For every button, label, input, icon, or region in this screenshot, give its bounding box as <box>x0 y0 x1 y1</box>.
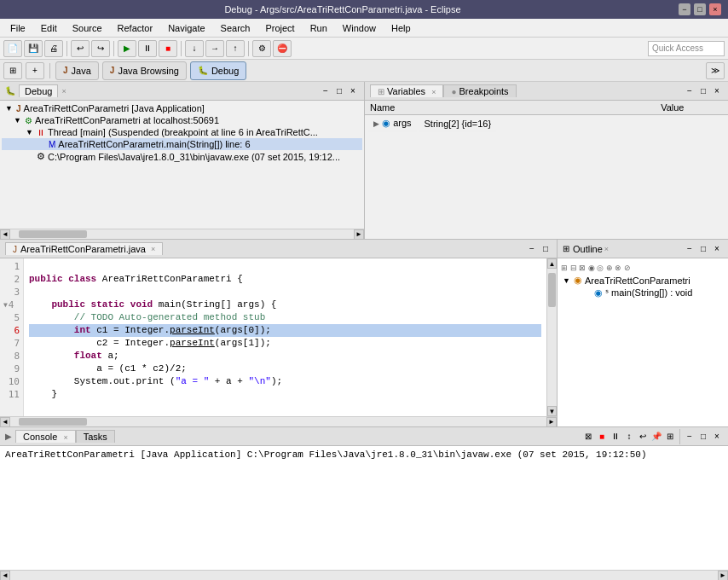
console-wrap-btn[interactable]: ↩ <box>637 431 649 443</box>
editor-hscrollbar[interactable]: ◄ ► <box>0 416 557 426</box>
editor-maximize-btn[interactable]: □ <box>540 243 552 255</box>
perspective-switcher-btn[interactable]: ⊞ <box>3 62 22 79</box>
debug-stop-button[interactable]: ⛔ <box>273 40 292 57</box>
console-hscroll-right[interactable]: ► <box>718 571 728 581</box>
console-pin-btn[interactable]: 📌 <box>650 431 662 443</box>
editor-tab-close[interactable]: × <box>151 245 155 253</box>
outline-maximize-btn[interactable]: □ <box>697 243 709 255</box>
vars-expand-arrow[interactable]: ▶ <box>373 119 379 128</box>
vars-content: Name Value ▶ ◉ args String[2] {id=16} <box>365 101 728 239</box>
debug-close-btn[interactable]: × <box>347 85 359 97</box>
breakpoints-tab[interactable]: ● Breakpoints <box>443 84 516 97</box>
outline-close-btn[interactable]: × <box>711 243 723 255</box>
menu-help[interactable]: Help <box>384 21 418 35</box>
console-hscroll-left[interactable]: ◄ <box>0 571 10 581</box>
console-clear-btn[interactable]: ⊠ <box>582 431 594 443</box>
debug-maximize-btn[interactable]: □ <box>333 85 345 97</box>
editor-hscroll-left[interactable]: ◄ <box>0 417 10 427</box>
open-perspective-btn[interactable]: + <box>26 62 44 79</box>
minimize-button[interactable]: − <box>679 3 690 15</box>
editor-minimize-btn[interactable]: − <box>526 243 538 255</box>
debug-hscroll-right[interactable]: ► <box>354 229 364 240</box>
editor-header: J AreaTriRettConParametri.java × − □ <box>0 240 557 258</box>
console-hscrollbar[interactable]: ◄ ► <box>0 570 728 580</box>
console-close-btn[interactable]: × <box>711 431 723 443</box>
menu-source[interactable]: Source <box>66 21 109 35</box>
menu-refactor[interactable]: Refactor <box>111 21 160 35</box>
close-button[interactable]: × <box>709 3 721 15</box>
variables-tab-close[interactable]: × <box>431 88 436 96</box>
perspective-debug[interactable]: 🐛 Debug <box>190 61 246 80</box>
debug-hscrollbar[interactable]: ◄ ► <box>0 229 364 239</box>
editor-hscroll-track[interactable] <box>10 417 546 426</box>
menu-edit[interactable]: Edit <box>34 21 64 35</box>
vars-close-btn[interactable]: × <box>711 85 723 97</box>
editor-hscroll-right[interactable]: ► <box>546 417 557 427</box>
console-hscroll-track[interactable] <box>10 571 718 580</box>
editor-tab-main[interactable]: J AreaTriRettConParametri.java × <box>5 242 163 255</box>
editor-vscroll-track[interactable] <box>547 269 557 406</box>
new-button[interactable]: 📄 <box>3 40 22 57</box>
step-return-button[interactable]: ↑ <box>226 40 245 57</box>
menu-run[interactable]: Run <box>303 21 334 35</box>
tasks-tab[interactable]: Tasks <box>76 430 115 443</box>
save-button[interactable]: 💾 <box>24 40 43 57</box>
editor-vscroll-thumb[interactable] <box>548 273 556 307</box>
stop-button[interactable]: ■ <box>159 40 177 57</box>
vars-row-args[interactable]: ▶ ◉ args String[2] {id=16} <box>365 115 656 132</box>
debug-tree-item-0[interactable]: ▼ J AreaTriRettConParametri [Java Applic… <box>2 102 362 114</box>
step-into-button[interactable]: ↓ <box>185 40 204 57</box>
debug-panel-tab[interactable]: Debug <box>19 84 58 97</box>
perspective-java[interactable]: J Java <box>55 61 99 80</box>
debug-minimize-btn[interactable]: − <box>320 85 332 97</box>
debug-tree-item-2[interactable]: ▼ ⏸ Thread [main] (Suspended (breakpoint… <box>2 126 362 138</box>
toolbar-perspectives: ⊞ + J Java J Java Browsing 🐛 Debug ≫ <box>0 60 728 82</box>
vars-maximize-btn[interactable]: □ <box>697 85 709 97</box>
debug-tree-item-1[interactable]: ▼ ⚙ AreaTriRettConParametri at localhost… <box>2 114 362 126</box>
editor-vscrollbar[interactable]: ▲ ▼ <box>546 258 557 416</box>
console-open-btn[interactable]: ⊞ <box>664 431 676 443</box>
code-editor[interactable]: public class AreaTriRettConParametri { p… <box>24 258 546 416</box>
debug-hscroll-left[interactable]: ◄ <box>0 229 10 240</box>
debug-hscroll-thumb[interactable] <box>19 230 87 238</box>
console-maximize-btn[interactable]: □ <box>697 431 709 443</box>
pause-button[interactable]: ⏸ <box>138 40 157 57</box>
undo-button[interactable]: ↩ <box>71 40 90 57</box>
step-over-button[interactable]: → <box>205 40 224 57</box>
editor-vscroll-up[interactable]: ▲ <box>547 258 557 269</box>
persp-extra-btn[interactable]: ≫ <box>706 62 725 79</box>
menu-window[interactable]: Window <box>336 21 383 35</box>
perspective-java-browsing[interactable]: J Java Browsing <box>102 61 187 80</box>
editor-vscroll-down[interactable]: ▼ <box>547 406 557 416</box>
main-content: 🐛 Debug × − □ × ▼ J AreaTriRettConParame… <box>0 82 728 580</box>
outline-class-item[interactable]: ▼ ◉ AreaTriRettConParametri <box>559 274 726 287</box>
console-scroll-btn[interactable]: ↕ <box>623 431 635 443</box>
outline-method-item[interactable]: ◉ ˢ main(String[]) : void <box>559 287 726 299</box>
outline-minimize-btn[interactable]: − <box>684 243 696 255</box>
menu-search[interactable]: Search <box>214 21 257 35</box>
editor-panel: J AreaTriRettConParametri.java × − □ 1 2… <box>0 240 558 426</box>
debug-tree-item-4[interactable]: ⚙ C:\Program Files\Java\jre1.8.0_31\bin\… <box>2 150 362 163</box>
variables-tab[interactable]: ⊞ Variables × <box>370 84 443 97</box>
maximize-button[interactable]: □ <box>694 3 706 15</box>
console-stop-btn[interactable]: ■ <box>596 431 608 443</box>
menu-navigate[interactable]: Navigate <box>161 21 211 35</box>
menu-project[interactable]: Project <box>258 21 301 35</box>
console-minimize-btn[interactable]: − <box>684 431 696 443</box>
debug-tree-item-3[interactable]: M AreaTriRettConParametri.main(String[])… <box>2 138 362 150</box>
quick-access-field[interactable]: Quick Access <box>648 41 725 56</box>
java-file-icon: J <box>13 245 17 254</box>
console-pause-btn[interactable]: ⏸ <box>610 431 621 443</box>
menu-file[interactable]: File <box>3 21 32 35</box>
vars-minimize-btn[interactable]: − <box>684 85 696 97</box>
console-tab[interactable]: Console × <box>15 430 76 443</box>
print-button[interactable]: 🖨 <box>44 40 63 57</box>
console-header: ▶ Console × Tasks ⊠ ■ ⏸ ↕ ↩ 📌 ⊞ − □ × <box>0 427 728 446</box>
breakpoints-tab-icon: ● <box>451 87 456 96</box>
play-button[interactable]: ▶ <box>118 40 136 57</box>
editor-hscroll-thumb[interactable] <box>19 418 87 426</box>
console-tab-close[interactable]: × <box>63 433 67 442</box>
redo-button[interactable]: ↪ <box>91 40 110 57</box>
debug-hscroll-track[interactable] <box>10 229 354 239</box>
debug-run-button[interactable]: ⚙ <box>252 40 271 57</box>
